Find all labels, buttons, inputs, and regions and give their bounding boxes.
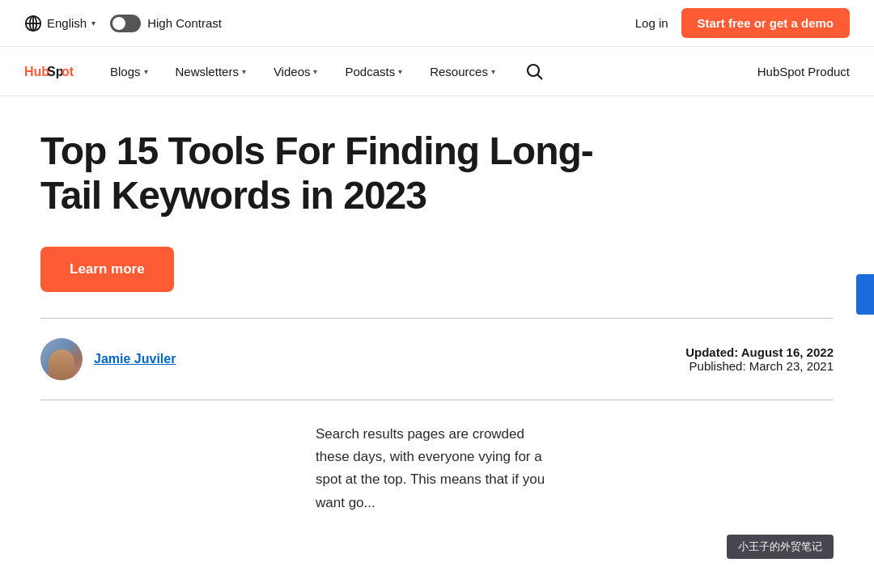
utility-left: English ▾ High Contrast: [24, 15, 222, 32]
divider-top: [40, 318, 834, 319]
high-contrast-toggle[interactable]: High Contrast: [110, 15, 222, 32]
blogs-chevron-icon: ▾: [144, 67, 148, 76]
search-icon: [524, 61, 544, 81]
resources-chevron-icon: ▾: [491, 67, 495, 76]
side-tab[interactable]: [856, 274, 874, 315]
language-selector[interactable]: English ▾: [24, 15, 95, 32]
nav-item-videos[interactable]: Videos ▾: [262, 58, 329, 85]
language-label: English: [47, 16, 87, 30]
date-published: Published: March 23, 2021: [685, 359, 834, 373]
svg-point-7: [528, 65, 539, 76]
nav-item-resources[interactable]: Resources ▾: [418, 58, 507, 85]
article-title: Top 15 Tools For Finding Long-Tail Keywo…: [40, 129, 607, 218]
author-link[interactable]: Jamie Juviler: [94, 352, 176, 366]
learn-more-button[interactable]: Learn more: [40, 247, 174, 292]
podcasts-chevron-icon: ▾: [398, 67, 402, 76]
newsletters-chevron-icon: ▾: [242, 67, 246, 76]
hubspot-product-label[interactable]: HubSpot Product: [757, 65, 850, 78]
login-button[interactable]: Log in: [635, 16, 668, 30]
videos-chevron-icon: ▾: [313, 67, 317, 76]
author-left: Jamie Juviler: [40, 338, 176, 380]
svg-text:Hub: Hub: [24, 65, 49, 78]
nav-item-newsletters[interactable]: Newsletters ▾: [164, 58, 257, 85]
main-nav: Hub Sp ot Blogs ▾ Newsletters ▾ Videos ▾…: [0, 47, 874, 96]
nav-item-podcasts[interactable]: Podcasts ▾: [333, 58, 414, 85]
article-excerpt: Search results pages are crowded these d…: [210, 423, 664, 514]
author-dates: Updated: August 16, 2022 Published: Marc…: [685, 345, 834, 373]
utility-bar: English ▾ High Contrast Log in Start fre…: [0, 0, 874, 47]
date-updated: Updated: August 16, 2022: [685, 345, 834, 359]
nav-items: Blogs ▾ Newsletters ▾ Videos ▾ Podcasts …: [99, 57, 850, 86]
hubspot-logo-svg: Hub Sp ot: [24, 60, 83, 82]
toggle-switch[interactable]: [110, 15, 141, 32]
svg-text:ot: ot: [62, 65, 74, 78]
language-chevron-icon: ▾: [91, 19, 95, 27]
search-button[interactable]: [520, 57, 549, 86]
utility-right: Log in Start free or get a demo: [635, 8, 850, 38]
avatar-figure: [49, 349, 74, 380]
toggle-knob: [112, 17, 125, 30]
demo-button[interactable]: Start free or get a demo: [681, 8, 850, 38]
divider-bottom: [40, 400, 834, 400]
high-contrast-label: High Contrast: [147, 16, 222, 30]
author-row: Jamie Juviler Updated: August 16, 2022 P…: [40, 338, 834, 380]
avatar: [40, 338, 83, 380]
svg-line-8: [537, 75, 542, 80]
article-container: Top 15 Tools For Finding Long-Tail Keywo…: [0, 96, 874, 539]
hubspot-logo[interactable]: Hub Sp ot: [24, 60, 83, 82]
nav-item-blogs[interactable]: Blogs ▾: [99, 58, 159, 85]
globe-icon: [24, 15, 42, 32]
